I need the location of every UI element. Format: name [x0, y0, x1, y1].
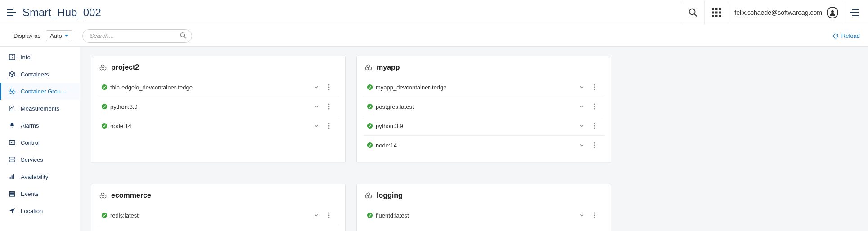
- expand-button[interactable]: [310, 121, 323, 131]
- control-icon: [8, 138, 16, 147]
- menu-toggle-icon[interactable]: [5, 6, 18, 19]
- row-menu-button[interactable]: [588, 82, 601, 92]
- group-title: ecommerce: [111, 191, 151, 200]
- svg-point-37: [328, 123, 330, 124]
- container-row[interactable]: postgres:latest: [363, 97, 604, 116]
- sidebar-item-control[interactable]: Control: [0, 134, 80, 151]
- svg-point-29: [328, 84, 330, 86]
- sidebar-item-label: Measurements: [21, 105, 59, 112]
- page-title: Smart_Hub_002: [22, 6, 101, 19]
- sidebar-item-location[interactable]: Location: [0, 202, 80, 219]
- svg-point-46: [594, 106, 595, 107]
- row-menu-button[interactable]: [588, 102, 601, 111]
- expand-button[interactable]: [310, 102, 323, 111]
- svg-point-0: [689, 9, 695, 14]
- row-menu-button[interactable]: [588, 210, 601, 220]
- sidebar-item-chart[interactable]: Measurements: [0, 100, 80, 117]
- sidebar-item-container[interactable]: Containers: [0, 66, 80, 83]
- svg-rect-8: [712, 15, 714, 17]
- svg-point-45: [594, 104, 595, 105]
- svg-rect-26: [10, 193, 15, 195]
- search-button[interactable]: [681, 1, 704, 24]
- container-row[interactable]: node:14: [98, 116, 339, 135]
- svg-rect-6: [715, 11, 717, 13]
- container-row[interactable]: python:3.9: [98, 97, 339, 116]
- sidebar: InfoContainersContainer Grou…Measurement…: [0, 47, 80, 231]
- group-icon: [8, 87, 16, 95]
- svg-point-49: [594, 123, 595, 124]
- sidebar-item-info[interactable]: Info: [0, 49, 80, 66]
- expand-button[interactable]: [576, 140, 588, 150]
- status-ok-icon: [367, 84, 373, 90]
- expand-button[interactable]: [310, 82, 323, 92]
- row-menu-button[interactable]: [323, 121, 335, 131]
- svg-rect-24: [13, 174, 14, 179]
- row-menu-button[interactable]: [323, 102, 335, 111]
- events-icon: [8, 190, 16, 198]
- sidebar-item-events[interactable]: Events: [0, 185, 80, 202]
- container-row[interactable]: postgres:latest: [98, 225, 339, 231]
- svg-point-47: [594, 108, 595, 110]
- group-icon: [365, 64, 372, 71]
- expand-button[interactable]: [576, 121, 588, 131]
- card-header: logging: [357, 184, 611, 203]
- svg-point-18: [11, 142, 12, 143]
- status-ok-icon: [101, 84, 108, 90]
- row-menu-button[interactable]: [323, 210, 335, 220]
- status-ok-icon: [367, 212, 373, 218]
- container-name: thin-edgeio_devcontainer-tedge: [110, 84, 310, 91]
- svg-line-13: [184, 36, 186, 38]
- svg-point-58: [328, 215, 330, 216]
- content-area: project2 thin-edgeio_devcontainer-tedge …: [80, 47, 868, 231]
- container-row[interactable]: thin-edgeio_devcontainer-tedge: [98, 78, 339, 97]
- svg-rect-20: [9, 157, 15, 159]
- svg-point-73: [594, 213, 595, 214]
- svg-point-38: [328, 125, 330, 127]
- search-input[interactable]: [82, 29, 192, 43]
- container-name: myapp_devcontainer-tedge: [376, 84, 576, 91]
- chevron-down-icon: [65, 35, 68, 37]
- container-row[interactable]: node:14: [363, 135, 604, 155]
- container-row[interactable]: redis:latest: [98, 206, 339, 225]
- svg-rect-27: [10, 195, 15, 196]
- container-row[interactable]: myapp_devcontainer-tedge: [363, 78, 604, 97]
- svg-point-11: [831, 10, 834, 13]
- display-as-select[interactable]: Auto: [46, 30, 72, 41]
- group-icon: [365, 192, 372, 199]
- svg-rect-25: [10, 191, 15, 193]
- container-icon: [8, 70, 16, 78]
- container-row[interactable]: fluentd:latest: [363, 206, 604, 225]
- container-name: node:14: [376, 142, 576, 149]
- expand-button[interactable]: [576, 82, 588, 92]
- svg-rect-5: [712, 11, 714, 13]
- status-ok-icon: [101, 212, 108, 218]
- sidebar-item-bell[interactable]: Alarms: [0, 117, 80, 134]
- expand-button[interactable]: [310, 210, 323, 220]
- svg-rect-3: [715, 8, 717, 10]
- group-title: logging: [377, 191, 403, 200]
- svg-rect-2: [712, 8, 714, 10]
- right-drawer-toggle-icon[interactable]: [845, 1, 863, 24]
- expand-button[interactable]: [576, 102, 588, 111]
- user-menu[interactable]: felix.schaede@softwareag.com: [728, 1, 845, 24]
- svg-rect-22: [10, 177, 11, 179]
- row-menu-button[interactable]: [588, 140, 601, 150]
- reload-button[interactable]: Reload: [832, 32, 860, 39]
- container-row[interactable]: python:3.9: [363, 116, 604, 135]
- svg-point-39: [328, 128, 330, 129]
- svg-point-41: [594, 84, 595, 86]
- sidebar-item-label: Info: [21, 54, 31, 61]
- svg-point-75: [594, 217, 595, 218]
- sidebar-item-bars[interactable]: Availability: [0, 168, 80, 185]
- expand-button[interactable]: [576, 210, 588, 220]
- row-menu-button[interactable]: [323, 82, 335, 92]
- sidebar-item-group[interactable]: Container Grou…: [0, 83, 80, 100]
- svg-point-51: [594, 128, 595, 129]
- sidebar-item-label: Control: [21, 139, 40, 146]
- apps-grid-icon[interactable]: [704, 1, 728, 24]
- row-menu-button[interactable]: [588, 121, 601, 131]
- reload-icon: [832, 33, 839, 39]
- card-header: ecommerce: [91, 184, 345, 203]
- svg-point-59: [328, 217, 330, 218]
- sidebar-item-services[interactable]: Services: [0, 151, 80, 168]
